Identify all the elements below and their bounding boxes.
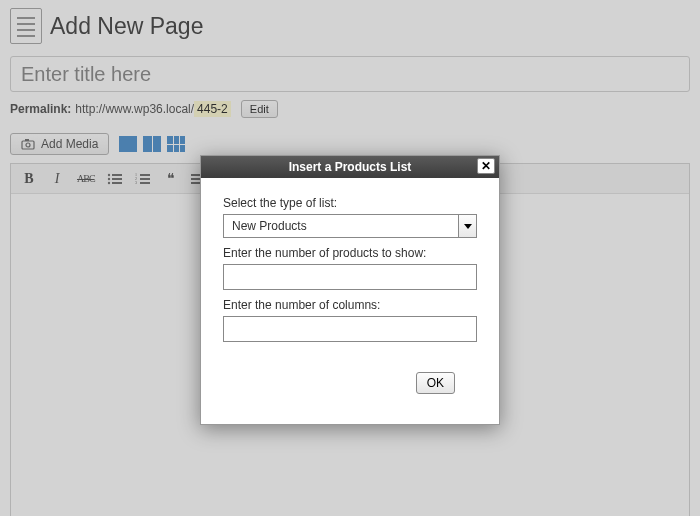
- permalink-url: http://www.wp36.local/445-2: [75, 102, 230, 116]
- bold-button[interactable]: B: [21, 171, 37, 187]
- svg-rect-10: [140, 174, 150, 176]
- media-row: Add Media: [10, 133, 690, 155]
- italic-button[interactable]: I: [49, 171, 65, 187]
- svg-rect-0: [22, 141, 34, 149]
- svg-rect-8: [112, 182, 122, 184]
- grid-icon-1[interactable]: [119, 136, 137, 152]
- shortcode-icons: [119, 136, 185, 152]
- dialog-title-text: Insert a Products List: [289, 160, 412, 174]
- page-icon: [10, 8, 42, 44]
- dialog-body: Select the type of list: New Products En…: [201, 178, 499, 424]
- count-input[interactable]: [223, 264, 477, 290]
- strike-button[interactable]: ABC: [77, 173, 95, 184]
- page-title: Add New Page: [50, 13, 203, 40]
- svg-rect-12: [140, 178, 150, 180]
- columns-label: Enter the number of columns:: [223, 298, 477, 312]
- permalink-slug: 445-2: [194, 101, 231, 117]
- insert-products-dialog: Insert a Products List ✕ Select the type…: [200, 155, 500, 425]
- ok-button[interactable]: OK: [416, 372, 455, 394]
- permalink-row: Permalink: http://www.wp36.local/445-2 E…: [10, 100, 690, 118]
- add-media-button[interactable]: Add Media: [10, 133, 109, 155]
- grid-icon-2[interactable]: [143, 136, 161, 152]
- svg-rect-14: [140, 182, 150, 184]
- svg-rect-16: [191, 178, 200, 180]
- unordered-list-button[interactable]: [107, 172, 123, 186]
- svg-rect-2: [25, 139, 29, 141]
- page-header: Add New Page: [10, 8, 690, 44]
- svg-text:3: 3: [135, 180, 137, 185]
- dialog-footer: OK: [223, 372, 477, 412]
- close-button[interactable]: ✕: [477, 158, 495, 174]
- permalink-base: http://www.wp36.local/: [75, 102, 194, 116]
- dialog-titlebar: Insert a Products List ✕: [201, 156, 499, 178]
- type-label: Select the type of list:: [223, 196, 477, 210]
- chevron-down-icon: [458, 215, 476, 237]
- svg-point-1: [26, 143, 30, 147]
- svg-point-5: [107, 177, 109, 179]
- grid-icon-3[interactable]: [167, 136, 185, 152]
- quote-button[interactable]: ❝: [163, 170, 179, 187]
- ordered-list-button[interactable]: 123: [135, 172, 151, 186]
- svg-rect-4: [112, 174, 122, 176]
- type-select[interactable]: New Products: [223, 214, 477, 238]
- permalink-edit-button[interactable]: Edit: [241, 100, 278, 118]
- count-label: Enter the number of products to show:: [223, 246, 477, 260]
- svg-point-3: [107, 173, 109, 175]
- type-select-value: New Products: [224, 215, 476, 237]
- columns-input[interactable]: [223, 316, 477, 342]
- svg-rect-6: [112, 178, 122, 180]
- camera-icon: [21, 137, 35, 151]
- permalink-label: Permalink:: [10, 102, 71, 116]
- title-input[interactable]: [10, 56, 690, 92]
- svg-point-7: [107, 181, 109, 183]
- add-media-label: Add Media: [41, 137, 98, 151]
- close-icon: ✕: [481, 160, 491, 172]
